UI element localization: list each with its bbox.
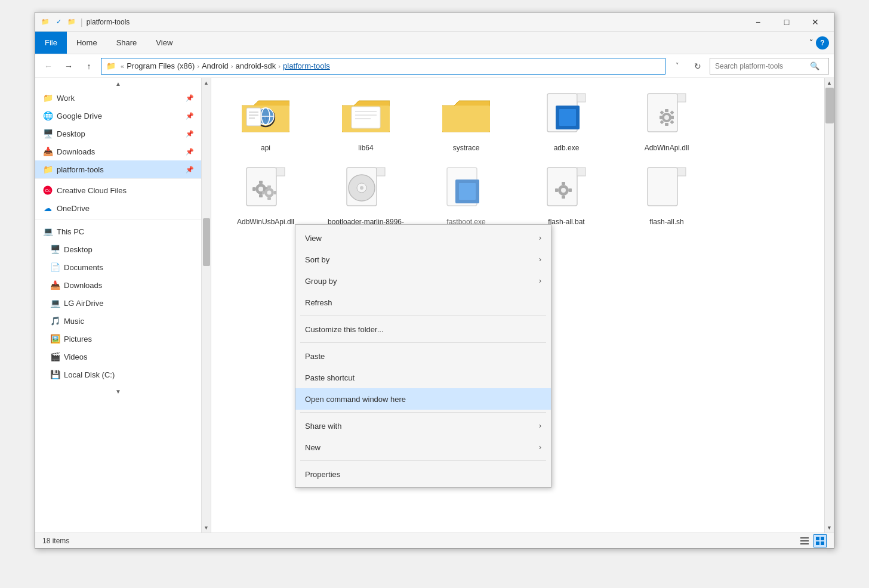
help-button[interactable]: ? xyxy=(816,36,829,49)
svg-rect-30 xyxy=(665,109,668,112)
sidebar-item-pictures[interactable]: 🖼️ Pictures xyxy=(35,330,201,348)
svg-rect-32 xyxy=(660,116,662,119)
ctx-groupby[interactable]: Group by › xyxy=(295,270,551,292)
svg-rect-74 xyxy=(800,537,809,539)
sidebar-item-platform-tools[interactable]: 📁 platform-tools 📌 xyxy=(35,160,201,178)
file-item-lib64[interactable]: lib64 xyxy=(321,88,411,157)
ctx-new[interactable]: New › xyxy=(295,437,551,458)
documents-icon: 📄 xyxy=(50,262,60,273)
ctx-paste[interactable]: Paste xyxy=(295,345,551,367)
folder-systrace-icon xyxy=(442,92,490,140)
path-sep-0: « xyxy=(121,63,124,70)
sidebar-item-documents[interactable]: 📄 Documents xyxy=(35,258,201,276)
ribbon-tab-home[interactable]: Home xyxy=(67,32,107,54)
search-input[interactable] xyxy=(715,62,808,70)
file-name-adbwinusbapi: AdbWinUsbApi.dll xyxy=(237,218,294,226)
view-grid-button[interactable] xyxy=(813,534,827,547)
sidebar-scrollbar: ▲ ▼ xyxy=(201,78,211,533)
svg-rect-50 xyxy=(267,197,271,200)
ctx-groupby-arrow: › xyxy=(539,277,541,285)
file-item-adb[interactable]: adb.exe xyxy=(522,88,611,157)
sidebar-label-downloads2: Downloads xyxy=(64,281,102,290)
ctx-paste-shortcut[interactable]: Paste shortcut xyxy=(295,367,551,388)
ctx-sortby[interactable]: Sort by › xyxy=(295,249,551,270)
sidebar-item-downloads2[interactable]: 📥 Downloads xyxy=(35,276,201,294)
file-item-api[interactable]: api xyxy=(221,88,310,157)
ctx-open-cmd[interactable]: Open command window here xyxy=(295,388,551,410)
sidebar-item-onedrive[interactable]: ☁ OneDrive xyxy=(35,199,201,217)
sidebar-item-creative-cloud[interactable]: Cc Creative Cloud Files xyxy=(35,181,201,199)
path-segment-1[interactable]: Android xyxy=(202,61,229,70)
sidebar-scroll-down-btn[interactable]: ▼ xyxy=(202,523,211,533)
sidebar-item-downloads[interactable]: 📥 Downloads 📌 xyxy=(35,143,201,160)
sidebar-item-localdisk[interactable]: 💾 Local Disk (C:) xyxy=(35,366,201,383)
file-item-flash-sh[interactable]: flash-all.sh xyxy=(622,162,711,239)
googledrive-icon: 🌐 xyxy=(42,110,53,121)
back-button[interactable]: ← xyxy=(40,58,57,75)
pin-icon: 📌 xyxy=(186,94,194,102)
folder-lib64-icon xyxy=(342,92,390,140)
sidebar-item-google-drive[interactable]: 🌐 Google Drive 📌 xyxy=(35,107,201,125)
window-title: platform-tools xyxy=(87,18,741,26)
file-item-systrace[interactable]: systrace xyxy=(421,88,511,157)
ctx-view[interactable]: View › xyxy=(295,227,551,249)
refresh-button[interactable]: ↻ xyxy=(689,58,706,75)
ribbon-tab-view[interactable]: View xyxy=(146,32,182,54)
svg-rect-71 xyxy=(648,168,677,206)
sidebar-item-music[interactable]: 🎵 Music xyxy=(35,312,201,330)
chevron-down-icon[interactable]: ˅ xyxy=(809,38,813,47)
ctx-sep-3 xyxy=(300,412,546,413)
content-scrollbar: ▲ ▼ xyxy=(824,78,834,533)
sidebar-item-lgairdrive[interactable]: 💻 LG AirDrive xyxy=(35,294,201,312)
ribbon-tab-share[interactable]: Share xyxy=(107,32,147,54)
ctx-share-with[interactable]: Share with › xyxy=(295,415,551,437)
sidebar-scroll-down[interactable]: ▼ xyxy=(35,386,201,397)
ctx-sortby-arrow: › xyxy=(539,255,541,264)
ctx-properties[interactable]: Properties xyxy=(295,463,551,485)
pin-icon-pt: 📌 xyxy=(186,166,194,174)
path-segment-0[interactable]: Program Files (x86) xyxy=(127,61,195,70)
sidebar-scroll-thumb[interactable] xyxy=(203,218,210,266)
videos-icon: 🎬 xyxy=(50,351,60,362)
status-bar: 18 items xyxy=(35,533,834,548)
minimize-button[interactable]: − xyxy=(744,13,772,32)
sidebar-item-desktop2[interactable]: 🖥️ Desktop xyxy=(35,240,201,258)
up-button[interactable]: ↑ xyxy=(81,58,97,75)
ctx-refresh[interactable]: Refresh xyxy=(295,292,551,313)
svg-point-58 xyxy=(360,186,363,190)
ctx-sep-1 xyxy=(300,315,546,316)
sidebar-scroll-up-btn[interactable]: ▲ xyxy=(202,78,211,88)
path-segment-2[interactable]: android-sdk xyxy=(235,61,276,70)
sidebar-item-thispc[interactable]: 💻 This PC xyxy=(35,222,201,240)
maximize-button[interactable]: □ xyxy=(773,13,800,32)
window-controls: − □ ✕ xyxy=(744,13,829,32)
scroll-down-btn[interactable]: ▼ xyxy=(825,523,834,533)
scroll-thumb[interactable] xyxy=(825,88,834,123)
file-item-adbwinapi[interactable]: AdbWinApi.dll xyxy=(622,88,711,157)
sidebar-item-work[interactable]: 📁 Work 📌 xyxy=(35,89,201,107)
forward-button[interactable]: → xyxy=(60,58,77,75)
svg-text:Cc: Cc xyxy=(45,188,51,193)
ctx-sortby-label: Sort by xyxy=(305,255,329,264)
svg-rect-27 xyxy=(677,94,686,102)
ctx-customize-label: Customize this folder... xyxy=(305,325,384,334)
title-bar-sep: | xyxy=(81,17,83,27)
sidebar-item-videos[interactable]: 🎬 Videos xyxy=(35,348,201,366)
svg-point-29 xyxy=(664,115,669,120)
ribbon-tab-file[interactable]: File xyxy=(35,32,67,54)
scroll-up-btn[interactable]: ▲ xyxy=(825,78,834,88)
svg-rect-44 xyxy=(259,194,263,197)
sidebar-scroll-up[interactable]: ▲ xyxy=(35,78,201,89)
address-path[interactable]: 📁 « Program Files (x86) › Android › andr… xyxy=(101,58,665,75)
address-dropdown-button[interactable]: ˅ xyxy=(669,58,686,75)
ctx-customize[interactable]: Customize this folder... xyxy=(295,318,551,340)
svg-rect-69 xyxy=(555,188,558,192)
view-list-button[interactable] xyxy=(798,534,811,547)
svg-rect-40 xyxy=(276,168,285,176)
sidebar-item-desktop[interactable]: 🖥️ Desktop 📌 xyxy=(35,125,201,143)
path-arrow-2: › xyxy=(231,63,233,70)
svg-rect-64 xyxy=(577,168,586,176)
close-button[interactable]: ✕ xyxy=(802,13,829,32)
ctx-groupby-label: Group by xyxy=(305,277,337,286)
path-segment-3[interactable]: platform-tools xyxy=(283,61,330,70)
